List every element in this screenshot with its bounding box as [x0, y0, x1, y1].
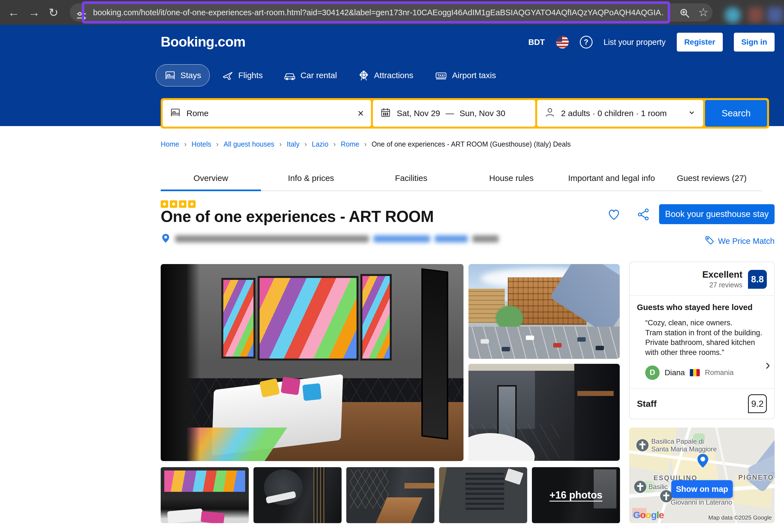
romania-flag-icon: [690, 369, 700, 376]
dark-room-photo[interactable]: [469, 364, 620, 461]
tab-legal-info[interactable]: Important and legal info: [562, 166, 662, 190]
nav-attractions[interactable]: Attractions: [349, 64, 422, 86]
search-button[interactable]: Search: [705, 100, 767, 127]
language-flag-icon[interactable]: [556, 36, 569, 49]
staff-score-row: Staff 9.2: [630, 388, 774, 419]
checkin-date: Sat, Nov 29: [397, 109, 440, 118]
redacted-text: [472, 235, 499, 243]
share-icon[interactable]: [636, 207, 650, 222]
nav-stays[interactable]: Stays: [156, 64, 210, 86]
destination-field[interactable]: Rome ×: [163, 100, 371, 127]
plane-icon: [222, 69, 234, 81]
extension-icon[interactable]: [748, 7, 763, 23]
breadcrumb-rome[interactable]: Rome: [341, 140, 359, 148]
redacted-link[interactable]: [373, 235, 430, 243]
nav-airport-taxis[interactable]: TAXI Airport taxis: [426, 64, 504, 86]
thumbnail-photo[interactable]: [346, 467, 435, 523]
property-tabs: Overview Info & prices Facilities House …: [161, 166, 762, 191]
bed-icon: [164, 69, 176, 81]
product-nav: Stays Flights Car rental: [156, 64, 504, 86]
browser-toolbar: ← → ↻ ☆ booking.com: [0, 0, 784, 25]
main-photo[interactable]: [161, 264, 464, 461]
rating-label: Excellent: [702, 269, 743, 280]
thumbnail-photo[interactable]: [161, 467, 249, 523]
browser-reload-icon[interactable]: ↻: [44, 0, 63, 25]
street-view-photo[interactable]: [469, 264, 620, 359]
map-label: Santa Maria Maggiore: [651, 445, 717, 453]
star-tile-icon: [161, 200, 168, 208]
breadcrumb-hotels[interactable]: Hotels: [191, 140, 211, 148]
svg-text:TAXI: TAXI: [438, 74, 445, 78]
thumbnail-photo[interactable]: [439, 467, 527, 523]
property-address: [161, 233, 499, 245]
reviewer-name: Diana: [665, 368, 685, 377]
map-label: Giovanni in Laterano: [671, 499, 732, 506]
occupancy-value: 2 adults · 0 children · 1 room: [561, 109, 667, 118]
show-on-map-button[interactable]: Show on map: [671, 480, 733, 498]
staff-score-badge: 9.2: [748, 394, 767, 413]
tab-house-rules[interactable]: House rules: [461, 166, 562, 190]
more-photos-link[interactable]: +16 photos: [532, 489, 620, 501]
booking-logo[interactable]: Booking.com: [161, 34, 246, 50]
clear-destination-icon[interactable]: ×: [358, 108, 364, 119]
staff-label: Staff: [637, 399, 656, 409]
bed-icon: [170, 107, 181, 120]
ferris-wheel-icon: [358, 69, 369, 81]
save-heart-icon[interactable]: [607, 207, 621, 222]
breadcrumb-lazio[interactable]: Lazio: [312, 140, 329, 148]
breadcrumb: Home › Hotels › All guest houses › Italy…: [161, 140, 571, 148]
breadcrumb-guest-houses[interactable]: All guest houses: [224, 140, 274, 148]
register-button[interactable]: Register: [677, 33, 723, 52]
booking-property-page: ← → ↻ ☆ booking.com: [0, 0, 784, 532]
nav-flights[interactable]: Flights: [214, 64, 271, 86]
breadcrumb-home[interactable]: Home: [161, 140, 179, 148]
breadcrumb-italy[interactable]: Italy: [287, 140, 300, 148]
google-logo: Google: [633, 509, 664, 521]
tab-info-prices[interactable]: Info & prices: [261, 166, 361, 190]
search-bar: Rome × Sat, Nov 29 — Sun, Nov 30: [161, 98, 769, 129]
date-separator: —: [446, 109, 454, 118]
browser-forward-icon[interactable]: →: [24, 0, 44, 25]
star-tile-icon: [179, 200, 187, 208]
property-title: One of one experiences - ART ROOM: [161, 207, 433, 226]
extension-icon[interactable]: [725, 7, 741, 23]
price-match-link[interactable]: We Price Match: [705, 235, 775, 247]
redacted-link[interactable]: [435, 235, 468, 243]
url-text[interactable]: booking.com/hotel/it/one-of-one-experien…: [93, 0, 664, 25]
occupancy-field[interactable]: 2 adults · 0 children · 1 room: [537, 100, 703, 127]
dates-field[interactable]: Sat, Nov 29 — Sun, Nov 30: [373, 100, 535, 127]
tab-overview[interactable]: Overview: [161, 166, 261, 190]
review-score-badge: 8.8: [748, 270, 767, 289]
map-preview[interactable]: Basilica Papale di Santa Maria Maggiore …: [629, 427, 775, 523]
map-label: Basilic: [648, 483, 668, 491]
guests-loved-title: Guests who stayed here loved: [637, 303, 767, 312]
reviewer-row: D Diana Romania: [645, 365, 767, 380]
redacted-address-text: [175, 235, 369, 243]
tab-guest-reviews[interactable]: Guest reviews (27): [662, 166, 762, 190]
tab-facilities[interactable]: Facilities: [361, 166, 461, 190]
site-settings-icon[interactable]: [76, 10, 87, 21]
checkout-date: Sun, Nov 30: [459, 109, 505, 118]
review-summary-card: Excellent 27 reviews 8.8 Guests who stay…: [629, 261, 775, 419]
bookmark-star-icon[interactable]: ☆: [698, 5, 709, 19]
browser-back-icon[interactable]: ←: [4, 0, 23, 25]
review-score-header[interactable]: Excellent 27 reviews 8.8: [630, 262, 774, 296]
property-map-pin-icon: [695, 453, 710, 470]
calendar-icon: [380, 107, 391, 120]
map-label: PIGNETO: [738, 474, 774, 481]
zoom-page-icon[interactable]: [679, 8, 690, 19]
thumbnail-photo[interactable]: [253, 467, 342, 523]
destination-value: Rome: [187, 109, 208, 118]
more-photos-thumbnail[interactable]: +16 photos: [532, 467, 620, 523]
list-your-property-link[interactable]: List your property: [604, 38, 666, 47]
reviewer-country: Romania: [705, 368, 734, 377]
nav-car-rental[interactable]: Car rental: [275, 64, 345, 86]
currency-selector[interactable]: BDT: [528, 38, 545, 47]
person-icon: [544, 107, 556, 120]
extension-icon[interactable]: [767, 7, 783, 23]
breadcrumb-current: One of one experiences - ART ROOM (Guest…: [371, 140, 571, 148]
sign-in-button[interactable]: Sign in: [734, 33, 775, 52]
book-stay-button[interactable]: Book your guesthouse stay: [659, 204, 775, 224]
next-review-chevron-icon[interactable]: ›: [765, 356, 770, 373]
help-icon[interactable]: ?: [580, 36, 593, 49]
